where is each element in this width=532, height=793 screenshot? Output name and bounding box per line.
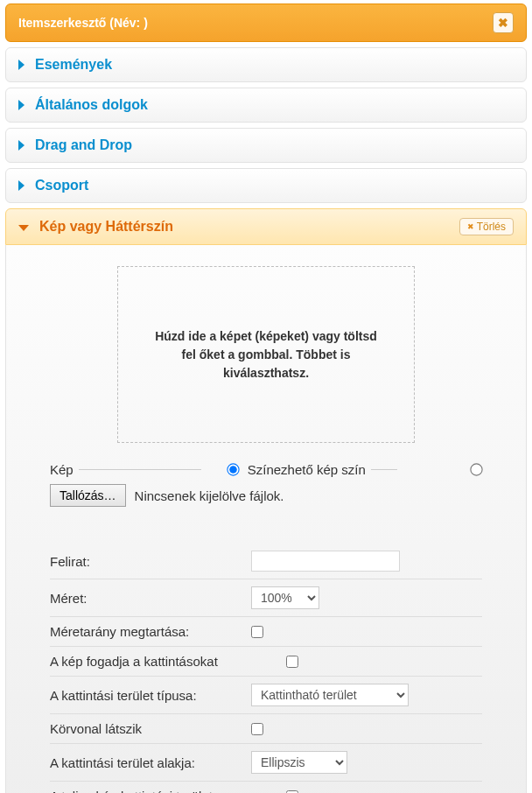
dialog-header: Itemszerkesztő (Név: ) ✖ (5, 4, 527, 42)
fullclick-checkbox[interactable] (286, 790, 298, 794)
shape-label: A kattintási terület alakja: (50, 755, 251, 770)
aspect-checkbox[interactable] (251, 626, 263, 638)
chevron-right-icon (18, 180, 24, 191)
row-aspect: Méretarány megtartása: (50, 624, 482, 639)
clicks-label: A kép fogadja a kattintásokat (50, 654, 277, 669)
accordion-label: Általános dolgok (35, 97, 148, 113)
accordion-label: Kép vagy Háttérszín (39, 219, 173, 235)
image-label: Kép (50, 462, 74, 477)
dropzone-text: Húzd ide a képet (képeket) vagy töltsd f… (153, 327, 379, 382)
caption-label: Felirat: (50, 554, 251, 569)
chevron-down-icon (18, 225, 29, 231)
row-click-type: A kattintási terület típusa: Kattintható… (50, 684, 482, 706)
divider (50, 781, 482, 782)
second-radio[interactable] (470, 463, 482, 475)
outline-checkbox[interactable] (251, 723, 263, 735)
size-select[interactable]: 100% (251, 586, 319, 609)
caption-input[interactable] (251, 551, 400, 572)
panel-body: Húzd ide a képet (képeket) vagy töltsd f… (5, 245, 527, 793)
divider (50, 616, 482, 617)
browse-button[interactable]: Tallózás… (50, 484, 126, 507)
divider (50, 676, 482, 677)
close-icon: ✖ (498, 16, 508, 30)
clicks-checkbox[interactable] (286, 656, 298, 668)
row-receives-clicks: A kép fogadja a kattintásokat (50, 654, 482, 669)
accordion-events[interactable]: Események (5, 47, 527, 82)
shape-select[interactable]: Ellipszis (251, 751, 347, 774)
image-type-row: Kép Színezhető kép szín (50, 462, 482, 477)
underline (79, 469, 201, 470)
outline-label: Körvonal látszik (50, 721, 251, 736)
chevron-right-icon (18, 100, 24, 110)
divider (50, 743, 482, 744)
underline (371, 469, 397, 470)
colorable-radio[interactable] (227, 463, 239, 475)
row-outline: Körvonal látszik (50, 721, 482, 736)
accordion-label: Drag and Drop (35, 137, 132, 153)
accordion-dragdrop[interactable]: Drag and Drop (5, 128, 527, 163)
browse-label: Tallózás… (60, 488, 116, 502)
colorable-label: Színezhető kép szín (248, 462, 366, 477)
accordion-group[interactable]: Csoport (5, 168, 527, 203)
delete-label: Törlés (477, 221, 506, 233)
row-full-click: A teljes kép kattintási terület: (50, 789, 482, 793)
accordion-label: Csoport (35, 178, 88, 193)
fullclick-label: A teljes kép kattintási terület: (50, 789, 277, 793)
delete-button[interactable]: Törlés (459, 218, 514, 235)
divider (50, 713, 482, 714)
row-click-shape: A kattintási terület alakja: Ellipszis (50, 751, 482, 774)
size-label: Méret: (50, 591, 251, 606)
form-section: Felirat: Méret: 100% Méretarány megtartá… (50, 551, 482, 793)
aspect-label: Méretarány megtartása: (50, 624, 251, 639)
dialog-title: Itemszerkesztő (Név: ) (18, 16, 148, 30)
row-caption: Felirat: (50, 551, 482, 572)
file-browse-row: Tallózás… Nincsenek kijelölve fájlok. (50, 484, 482, 507)
chevron-right-icon (18, 140, 24, 151)
divider (50, 646, 482, 647)
divider (50, 579, 482, 579)
row-size: Méret: 100% (50, 586, 482, 609)
chevron-right-icon (18, 60, 24, 70)
clicktype-select[interactable]: Kattintható terület (251, 684, 409, 706)
nofiles-text: Nincsenek kijelölve fájlok. (135, 488, 284, 503)
accordion-general[interactable]: Általános dolgok (5, 88, 527, 123)
accordion-image-bg[interactable]: Kép vagy Háttérszín Törlés (5, 208, 527, 245)
accordion-label: Események (35, 57, 112, 73)
clicktype-label: A kattintási terület típusa: (50, 688, 251, 703)
close-button[interactable]: ✖ (493, 12, 514, 33)
image-dropzone[interactable]: Húzd ide a képet (képeket) vagy töltsd f… (117, 266, 415, 443)
